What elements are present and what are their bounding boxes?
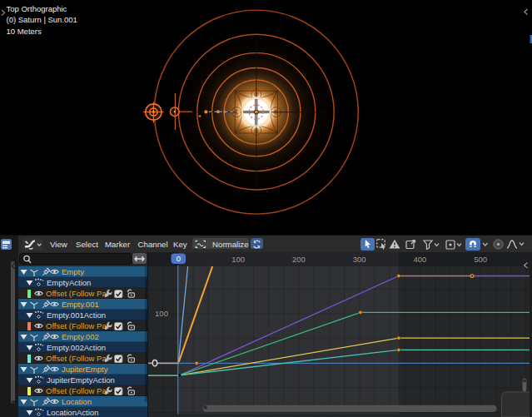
svg-text:100: 100 [231, 255, 245, 264]
svg-text:200: 200 [292, 255, 306, 264]
svg-text:300: 300 [353, 255, 366, 264]
svg-text:100: 100 [155, 309, 168, 318]
svg-text:0: 0 [177, 254, 181, 263]
svg-text:500: 500 [474, 255, 487, 264]
svg-text:400: 400 [413, 255, 426, 264]
